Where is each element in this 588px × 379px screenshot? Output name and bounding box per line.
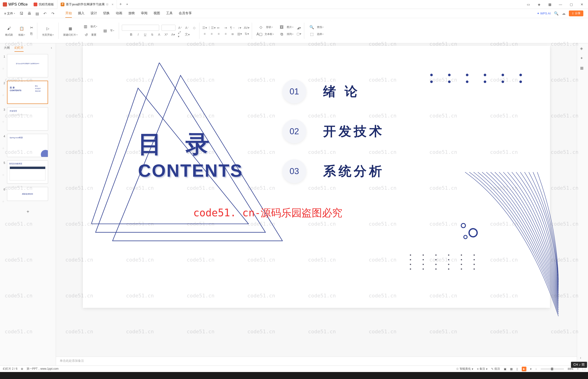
thumbnail-4[interactable]: Spring boot框架 xyxy=(7,134,48,157)
add-slide-button[interactable]: + xyxy=(2,206,54,217)
align-center-icon[interactable]: ≡ xyxy=(209,32,214,36)
shadow-icon[interactable]: A xyxy=(157,32,161,37)
outdent-icon[interactable]: ⇤ xyxy=(216,25,221,30)
avatar-icon[interactable]: ▩ xyxy=(545,1,555,8)
find-button[interactable]: 🔍 查找▾ xyxy=(307,24,325,30)
paste-group[interactable]: 📋 粘贴▾ xyxy=(16,25,27,37)
align-justify-icon[interactable]: ≡ xyxy=(223,32,228,36)
redo-icon[interactable]: ↷ xyxy=(51,11,55,16)
tab-tools[interactable]: 工具 xyxy=(166,9,173,18)
cut-icon[interactable]: ✂ xyxy=(29,25,34,31)
workspace-icon[interactable]: ▭ xyxy=(523,1,533,8)
text-direction-icon[interactable]: ⇅▾ xyxy=(244,32,249,36)
zoom-out-icon[interactable]: − xyxy=(535,367,537,371)
collapse-right-icon[interactable]: › xyxy=(580,356,585,361)
from-current-group[interactable]: ▷ 当页开始▾ xyxy=(40,25,55,37)
increase-font-icon[interactable]: A⁺ xyxy=(178,25,183,30)
star-icon[interactable]: ☆ xyxy=(2,61,5,70)
align-right-icon[interactable]: ≡ xyxy=(216,32,221,36)
print-preview-icon[interactable]: ▤ xyxy=(35,11,40,16)
ime-indicator[interactable]: CH ♪ 简 xyxy=(571,362,587,368)
new-slide-group[interactable]: ▦ 新建幻灯片▾ xyxy=(61,25,79,37)
tab-slideshow[interactable]: 放映 xyxy=(128,9,135,18)
star-icon[interactable]: ☆ xyxy=(2,193,5,203)
tab-start[interactable]: 开始 xyxy=(65,9,72,18)
star-icon[interactable]: ☆ xyxy=(2,87,5,97)
thumbnail-2[interactable]: 目 录CONTENTS 绪论 开发技术 系统分析 xyxy=(7,81,48,104)
tab-animation[interactable]: 动画 xyxy=(116,9,122,18)
bullets-icon[interactable]: ☰▾ xyxy=(202,25,207,30)
italic-icon[interactable]: I xyxy=(136,32,140,37)
tab-view[interactable]: 视图 xyxy=(153,9,160,18)
star-icon[interactable]: ☆ xyxy=(2,167,5,176)
wps-ai-button[interactable]: ✦ WPS AI xyxy=(537,12,551,15)
print-icon[interactable]: 🖶 xyxy=(28,11,32,16)
undo-icon[interactable]: ↶ xyxy=(43,11,48,16)
reset-button[interactable]: ↺ 重置 xyxy=(82,32,98,38)
slideshow-dropdown[interactable]: ▾ xyxy=(530,367,532,371)
thumbnail-5[interactable]: 管理员功能界面 xyxy=(7,160,48,184)
highlight-icon[interactable]: 🖍▾ xyxy=(178,32,183,37)
view-normal-icon[interactable]: ▣ xyxy=(504,367,506,371)
decrease-font-icon[interactable]: A⁻ xyxy=(185,25,189,30)
tab-document[interactable]: P 基于java的学生网课学习效果 ⊡ × xyxy=(57,0,117,9)
tab-insert[interactable]: 插入 xyxy=(78,9,84,18)
styles-icon[interactable]: ◈ xyxy=(580,46,585,51)
thumbnail-3[interactable]: 开发背景 Lorem ipsum dolor sit amet text con… xyxy=(7,107,48,130)
share-button[interactable]: ⇪ 分享 xyxy=(569,11,583,16)
font-family-select[interactable] xyxy=(122,25,159,31)
notes-button[interactable]: ≡ 备注 ▾ xyxy=(477,367,487,371)
file-menu[interactable]: ≡ 文件 ▾ xyxy=(2,11,17,16)
tab-template[interactable]: 找稻壳模板 xyxy=(30,0,57,9)
thumbnail-1[interactable]: 基于java的学生网课学习效果评价PPT xyxy=(7,54,48,77)
slideshow-button[interactable]: ▶ xyxy=(522,367,526,371)
line-spacing-icon[interactable]: ↕▾ xyxy=(237,25,242,30)
canvas[interactable]: 目 录 CONTENTS 01 绪 论 02 开发技术 03 系统分析 xyxy=(56,43,577,357)
smart-beautify-button[interactable]: ☉ 智能美化 ▾ xyxy=(456,367,473,371)
view-reading-icon[interactable]: ▯ xyxy=(516,367,518,371)
notes-area[interactable]: 单击此处添加备注 xyxy=(56,357,577,365)
maximize-button[interactable]: ▢ xyxy=(566,1,576,8)
tab-review[interactable]: 审阅 xyxy=(141,9,148,18)
tab-transition[interactable]: 切换 xyxy=(103,9,110,18)
tab-design[interactable]: 设计 xyxy=(91,9,97,18)
zoom-slider[interactable] xyxy=(541,368,564,369)
thumbnail-6[interactable]: 感谢老师聆听 xyxy=(7,187,48,201)
slide[interactable]: 目 录 CONTENTS 01 绪 论 02 开发技术 03 系统分析 xyxy=(83,46,550,308)
fill-icon[interactable]: ◢▾ xyxy=(297,25,301,30)
close-window-button[interactable]: ✕ xyxy=(577,1,587,8)
view-sorter-icon[interactable]: ▦ xyxy=(510,367,513,371)
underline-icon[interactable]: U xyxy=(143,32,148,37)
format-painter-group[interactable]: 🖌 格式刷 xyxy=(3,25,15,37)
star-icon[interactable]: ☆ xyxy=(2,140,5,150)
ltr-icon[interactable]: ¶→ xyxy=(230,25,235,30)
toc-list[interactable]: 01 绪 论 02 开发技术 03 系统分析 xyxy=(282,80,384,199)
picture-button[interactable]: 🖼 图片▾ xyxy=(277,24,295,30)
cloud-icon[interactable]: ☁ xyxy=(562,11,566,16)
cube-icon[interactable]: ◈ xyxy=(534,1,544,8)
textbox-button[interactable]: A▢ 文本框▾ xyxy=(255,32,276,37)
strike-icon[interactable]: S̶ xyxy=(150,32,154,37)
slide-title[interactable]: 目 录 CONTENTS xyxy=(138,128,243,181)
copy-icon[interactable]: ⎘ xyxy=(29,31,34,37)
outline-icon[interactable]: ▢▾ xyxy=(297,32,301,36)
select-button[interactable]: ⬚ 选择▾ xyxy=(307,32,325,37)
bold-icon[interactable]: B xyxy=(129,32,134,37)
text-effect-icon[interactable]: 文▾ xyxy=(185,32,189,37)
shape-button[interactable]: ◇ 形状▾ xyxy=(256,24,274,30)
clear-format-icon[interactable]: ◇ xyxy=(192,25,197,30)
numbering-icon[interactable]: ⋮☰▾ xyxy=(209,25,214,30)
arrange-button[interactable]: ⧉ 排列▾ xyxy=(277,32,295,37)
tab-pin-icon[interactable]: ⊡ xyxy=(106,3,108,6)
font-size-select[interactable] xyxy=(161,25,175,31)
align-distribute-icon[interactable]: ≣ xyxy=(230,32,235,36)
outline-tab[interactable]: 大纲 xyxy=(4,46,10,52)
layout-button[interactable]: ▥ 版式▾ xyxy=(81,24,99,29)
columns-icon[interactable]: ▥▾ xyxy=(237,32,242,36)
comments-button[interactable]: ✎ 批注 xyxy=(491,367,500,371)
minimize-button[interactable]: — xyxy=(555,1,566,8)
save-icon[interactable]: 🖫 xyxy=(20,11,24,16)
indent-icon[interactable]: ⇥ xyxy=(223,25,228,30)
collapse-panel-icon[interactable]: ‹ xyxy=(51,46,52,52)
tab-menu-button[interactable]: ▾ xyxy=(124,3,130,6)
